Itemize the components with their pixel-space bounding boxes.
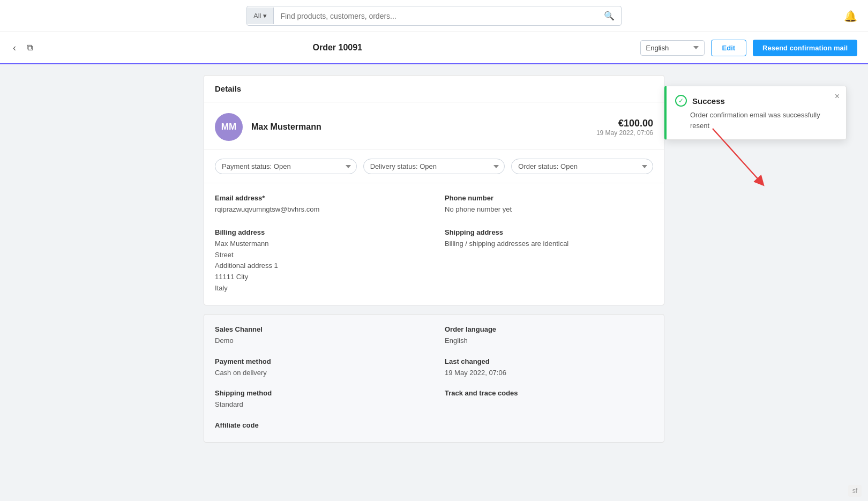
affiliate-code-group: Affiliate code <box>215 421 423 431</box>
email-label: Email address* <box>215 194 423 202</box>
affiliate-code-label: Affiliate code <box>215 421 423 429</box>
last-changed-group: Last changed 19 May 2022, 07:06 <box>445 357 653 379</box>
order-status-select[interactable]: Order status: Open <box>511 159 653 174</box>
sales-channel-label: Sales Channel <box>215 325 423 333</box>
phone-field-group: Phone number No phone number yet <box>445 194 653 215</box>
billing-label: Billing address <box>215 228 423 236</box>
phone-label: Phone number <box>445 194 653 202</box>
shipping-method-label: Shipping method <box>215 389 423 397</box>
billing-field-group: Billing address Max MustermannStreetAddi… <box>215 228 423 294</box>
sales-channel-value: Demo <box>215 335 423 347</box>
details-card: Details MM Max Mustermann €100.00 19 May… <box>204 75 664 305</box>
phone-value: No phone number yet <box>445 204 653 215</box>
bell-icon: 🔔 <box>844 10 857 22</box>
last-changed-label: Last changed <box>445 357 653 365</box>
secondary-grid: Sales Channel Demo Order language Englis… <box>204 315 664 442</box>
track-trace-label: Track and trace codes <box>445 389 653 397</box>
chevron-down-icon: ▾ <box>263 12 267 20</box>
order-date: 19 May 2022, 07:06 <box>596 129 653 137</box>
order-title: Order 10091 <box>41 43 634 53</box>
notification-button[interactable]: 🔔 <box>844 10 857 23</box>
last-changed-value: 19 May 2022, 07:06 <box>445 368 653 379</box>
search-type-button[interactable]: All ▾ <box>247 8 274 24</box>
payment-method-value: Cash on delivery <box>215 368 423 379</box>
toast-close-button[interactable]: × <box>835 92 840 101</box>
info-grid: Email address* rqiprazwuqvumngtsw@bvhrs.… <box>204 183 664 305</box>
customer-row: MM Max Mustermann €100.00 19 May 2022, 0… <box>204 102 664 150</box>
language-select[interactable]: English German French Spanish <box>640 40 705 56</box>
back-icon: ‹ <box>13 42 16 53</box>
avatar: MM <box>215 113 243 141</box>
toast-header: ✓ Success <box>675 95 825 107</box>
shipping-method-group: Shipping method Standard <box>215 389 423 410</box>
order-header: ‹ ⧉ Order 10091 English German French Sp… <box>0 32 868 64</box>
search-type-label: All <box>253 12 261 20</box>
customer-name: Max Mustermann <box>251 122 596 132</box>
order-language-group: Order language English <box>445 325 653 347</box>
success-toast: ✓ Success Order confirmation email was s… <box>664 86 847 140</box>
order-language-value: English <box>445 335 653 347</box>
resend-button[interactable]: Resend confirmation mail <box>753 40 857 56</box>
billing-value: Max MustermannStreetAdditional address 1… <box>215 238 423 294</box>
sales-channel-group: Sales Channel Demo <box>215 325 423 347</box>
email-value: rqiprazwuqvumngtsw@bvhrs.com <box>215 204 423 215</box>
payment-method-group: Payment method Cash on delivery <box>215 357 423 379</box>
search-button[interactable]: 🔍 <box>597 6 621 25</box>
toast-title: Success <box>692 96 725 106</box>
track-trace-group: Track and trace codes <box>445 389 653 410</box>
shipping-field-group: Shipping address Billing / shipping addr… <box>445 228 653 294</box>
order-amount: €100.00 <box>596 118 653 129</box>
toast-message: Order confirmation email was successfull… <box>690 110 825 131</box>
edit-button[interactable]: Edit <box>711 40 747 56</box>
top-bar: All ▾ 🔍 🔔 <box>0 0 868 32</box>
shipping-label: Shipping address <box>445 228 653 236</box>
status-row: Payment status: Open Delivery status: Op… <box>204 150 664 183</box>
details-header: Details <box>204 76 664 102</box>
main-content: Details MM Max Mustermann €100.00 19 May… <box>193 64 675 453</box>
success-icon: ✓ <box>675 95 687 107</box>
payment-status-select[interactable]: Payment status: Open <box>215 159 357 174</box>
search-icon: 🔍 <box>604 11 615 20</box>
search-container: All ▾ 🔍 <box>246 6 622 26</box>
back-button[interactable]: ‹ <box>11 40 18 56</box>
secondary-card: Sales Channel Demo Order language Englis… <box>204 314 664 443</box>
payment-method-label: Payment method <box>215 357 423 365</box>
shipping-method-value: Standard <box>215 399 423 410</box>
delivery-status-select[interactable]: Delivery status: Open <box>363 159 505 174</box>
copy-icon: ⧉ <box>27 43 33 52</box>
copy-button[interactable]: ⧉ <box>25 41 35 55</box>
order-amount-container: €100.00 19 May 2022, 07:06 <box>596 118 653 137</box>
email-field-group: Email address* rqiprazwuqvumngtsw@bvhrs.… <box>215 194 423 215</box>
search-input[interactable] <box>274 8 597 25</box>
shipping-value: Billing / shipping addresses are identic… <box>445 238 653 250</box>
order-language-label: Order language <box>445 325 653 333</box>
